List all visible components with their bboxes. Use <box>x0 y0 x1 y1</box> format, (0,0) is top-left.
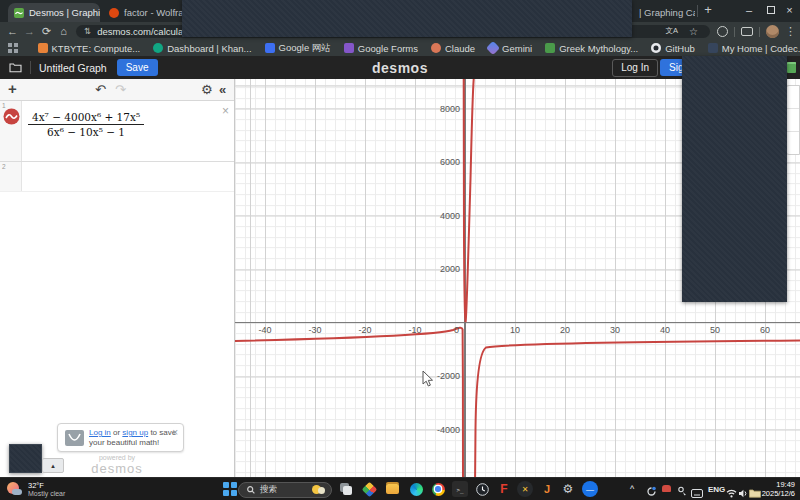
bookmark-google-forms[interactable]: Google Forms <box>344 43 418 54</box>
x-app-icon[interactable]: ✕ <box>517 481 533 497</box>
red-cloud-tray-icon[interactable] <box>662 485 671 492</box>
search-highlight-icon <box>312 484 325 495</box>
expression-row-2[interactable]: 2 <box>0 162 234 192</box>
close-window-button[interactable]: × <box>779 0 800 20</box>
start-button[interactable] <box>222 481 238 497</box>
toolbar-separator <box>759 27 760 37</box>
search-placeholder: 搜索 <box>260 484 277 496</box>
blue-dash-app-icon[interactable]: — <box>582 481 598 497</box>
bookmark-label: GitHub <box>665 43 695 54</box>
extension-widget-icon[interactable] <box>787 62 796 73</box>
reload-icon[interactable]: ⟳ <box>38 25 55 38</box>
chrome-icon[interactable] <box>430 481 446 497</box>
taskbar-search[interactable]: 搜索 <box>238 482 332 498</box>
y-tick: 8000 <box>418 104 460 114</box>
language-indicator[interactable]: ENG <box>708 485 725 494</box>
tray-clock[interactable]: 19:49 2025/12/6 <box>762 481 795 498</box>
wifi-icon[interactable] <box>726 484 737 500</box>
bookmark-github[interactable]: GitHub <box>651 43 695 54</box>
mouse-cursor <box>422 370 434 388</box>
khan-icon <box>153 43 163 53</box>
desmos-header: Untitled Graph Save desmos Log In Sign u… <box>0 56 800 79</box>
dismiss-callout-icon[interactable]: × <box>172 427 178 438</box>
extension-icon[interactable] <box>717 26 728 37</box>
browser-menu-icon[interactable]: ⋮ <box>785 25 796 38</box>
x-tick: -20 <box>358 325 371 335</box>
volume-icon[interactable] <box>738 484 748 500</box>
numerator: 4x⁷ − 4000x⁶ + 17x⁵ <box>28 111 144 125</box>
weather-temp[interactable]: 32°F <box>28 481 44 490</box>
tab-title: Desmos | Graphing Cal... <box>29 7 100 18</box>
add-expression-button[interactable]: + <box>8 80 17 97</box>
new-tab-button[interactable]: + <box>700 2 716 17</box>
overlay-window-top[interactable] <box>182 0 632 37</box>
expression-row-1[interactable]: 1 4x⁷ − 4000x⁶ + 17x⁵ 6x⁶ − 10x⁵ − 1 × <box>0 101 234 162</box>
bookmark-label: KTBYTE: Compute... <box>52 43 141 54</box>
edge-icon[interactable] <box>408 481 424 497</box>
url-text[interactable]: desmos.com/calculator <box>97 26 194 37</box>
row-gutter: 2 <box>0 162 22 191</box>
bookmark-codecademy[interactable]: My Home | Codec... <box>708 43 800 54</box>
graph-settings-icon[interactable]: ⚙ <box>201 82 213 97</box>
folder-tray-icon[interactable] <box>749 484 761 500</box>
translate-icon[interactable]: 文A <box>665 26 678 36</box>
collapse-panel-icon[interactable]: « <box>219 82 226 97</box>
bookmark-greek-mythology[interactable]: Greek Mythology... <box>545 43 638 54</box>
overlay-square-bottom-left[interactable] <box>9 444 42 473</box>
settings-app-icon[interactable]: ⚙ <box>560 481 576 497</box>
bookmark-claude[interactable]: Claude <box>431 43 475 54</box>
apps-grid-icon[interactable] <box>8 43 18 53</box>
cast-screen-icon[interactable] <box>741 27 753 36</box>
overlay-window-right[interactable] <box>682 56 787 302</box>
bookmark-gemini[interactable]: Gemini <box>488 43 532 54</box>
login-link[interactable]: Log in <box>89 428 111 437</box>
bookmark-google-sites[interactable]: Google 网站 <box>265 42 331 55</box>
google-sites-icon <box>265 43 275 53</box>
login-button[interactable]: Log In <box>612 59 658 77</box>
j-app-icon[interactable]: J <box>539 481 555 497</box>
touch-keyboard-icon[interactable] <box>691 484 703 500</box>
home-icon[interactable]: ⌂ <box>55 25 72 37</box>
site-info-icon[interactable]: ⇅ <box>84 26 91 36</box>
forward-icon[interactable]: → <box>21 25 38 37</box>
toolbar-separator <box>734 27 735 37</box>
tab-desmos[interactable]: Desmos | Graphing Cal... × <box>8 3 100 22</box>
tab-partial-desmos[interactable]: | Graphing Cal: × <box>633 3 695 22</box>
weather-icon[interactable] <box>6 481 23 498</box>
sync-tray-icon[interactable] <box>646 483 657 500</box>
denominator: 6x⁶ − 10x⁵ − 1 <box>28 125 144 138</box>
bookmark-star-icon[interactable]: ☆ <box>689 26 698 37</box>
task-view-icon[interactable] <box>338 481 354 497</box>
tray-caret-icon[interactable]: ^ <box>630 484 634 494</box>
show-keyboard-button[interactable]: ▴ <box>42 458 64 473</box>
bookmark-khan[interactable]: Dashboard | Khan... <box>153 43 251 54</box>
search-icon <box>247 486 255 494</box>
signup-link[interactable]: sign up <box>122 428 148 437</box>
curve-style-icon[interactable] <box>3 108 20 125</box>
undo-icon[interactable]: ↶ <box>95 82 106 97</box>
profile-avatar[interactable] <box>766 25 779 38</box>
claude-icon <box>431 43 441 53</box>
taskbar: 32°F Mostly clear 搜索 >_ F ✕ J ⚙ — <box>0 477 800 500</box>
back-icon[interactable]: ← <box>4 25 21 37</box>
zoom-controls[interactable] <box>785 85 800 155</box>
y-tick: 6000 <box>418 157 460 167</box>
remove-expression-icon[interactable]: × <box>222 104 229 118</box>
tab-wolfram[interactable]: factor - Wolfram|Alpha <box>103 3 183 22</box>
bookmark-ktbyte[interactable]: KTBYTE: Compute... <box>38 43 141 54</box>
terminal-icon[interactable]: >_ <box>452 481 468 497</box>
github-icon <box>651 43 661 53</box>
bookmark-label: Google 网站 <box>279 42 331 55</box>
google-forms-icon <box>344 43 354 53</box>
weather-condition[interactable]: Mostly clear <box>28 490 65 497</box>
pinwheel-app-icon[interactable] <box>361 481 377 497</box>
origin-label: 0 <box>454 325 459 335</box>
clock-app-icon[interactable] <box>474 481 490 497</box>
f-app-icon[interactable]: F <box>496 481 512 497</box>
file-explorer-icon[interactable] <box>385 481 401 497</box>
x-tick: -40 <box>258 325 271 335</box>
bookmark-label: Greek Mythology... <box>559 43 638 54</box>
redo-icon[interactable]: ↷ <box>115 82 126 97</box>
y-tick: 4000 <box>418 211 460 221</box>
pen-tray-icon[interactable] <box>677 483 687 500</box>
